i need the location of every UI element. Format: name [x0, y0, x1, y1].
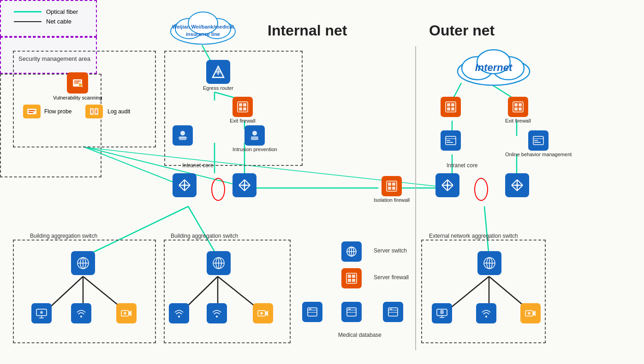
svg-rect-47	[29, 112, 33, 113]
log-audit-label: Log audit	[107, 108, 130, 115]
net-label: Net cable	[46, 18, 72, 25]
vertical-divider	[415, 46, 416, 350]
svg-rect-69	[251, 136, 258, 140]
svg-rect-106	[534, 142, 541, 143]
svg-rect-145	[348, 309, 351, 310]
building1-wifi1-icon	[71, 303, 91, 323]
svg-point-162	[124, 312, 126, 315]
exit-firewall-left-icon	[233, 97, 253, 117]
svg-point-68	[252, 131, 257, 135]
exit-firewall-left-label: Exit firewall	[230, 118, 256, 123]
outer-exit-firewall-label: Exit firewall	[505, 118, 531, 123]
building2-camera-device	[253, 303, 273, 323]
building-agg-switch1-icon	[71, 251, 95, 275]
building1-desktop-device	[31, 303, 52, 323]
outer-net-title: Outer net	[429, 22, 495, 39]
ext-network-agg-icon	[477, 251, 501, 275]
intranet-core-switch-left-icon	[173, 173, 197, 197]
ext-camera-device	[520, 303, 541, 323]
optical-label: Optical fiber	[46, 8, 78, 15]
svg-rect-52	[91, 112, 93, 113]
log-audit-device: Log audit	[85, 105, 130, 118]
intrusion-person-left-device	[173, 125, 193, 146]
svg-rect-53	[95, 110, 97, 111]
ext-wifi-icon	[476, 303, 496, 323]
svg-rect-101	[447, 140, 450, 141]
svg-text:insurance line: insurance line	[186, 31, 220, 37]
db2-device	[341, 302, 362, 322]
online-behavior-right-icon	[528, 130, 549, 151]
outer-exit-firewall-right-device: Exit firewall	[505, 97, 531, 123]
svg-point-76	[183, 183, 186, 187]
egress-router-device: Egress router	[203, 60, 233, 91]
building1-desktop-icon	[31, 303, 52, 323]
legend: Optical fiber Net cable	[14, 8, 78, 25]
ext-desktop-icon	[432, 303, 452, 323]
ext-desktop-device	[432, 303, 452, 323]
optical-line-sample	[14, 11, 42, 12]
svg-rect-102	[447, 142, 453, 143]
svg-rect-50	[91, 110, 93, 111]
svg-point-83	[243, 183, 246, 187]
building-agg-1-label: Building aggregation switch	[30, 233, 97, 239]
security-box-title: Security management area	[18, 55, 90, 62]
legend-optical: Optical fiber	[14, 8, 78, 15]
building2-camera-icon	[253, 303, 273, 323]
outer-intranet-core-left-icon	[435, 173, 459, 197]
svg-rect-55	[95, 112, 97, 113]
intrusion-prevention-device: Intrusion prevention	[233, 125, 277, 152]
svg-rect-95	[514, 103, 518, 106]
svg-rect-63	[239, 107, 242, 111]
outer-intranet-core-left-device	[435, 173, 459, 197]
flow-probe-icon	[23, 105, 41, 118]
diagram-container: Optical fiber Net cable Internal net Out…	[0, 0, 644, 364]
svg-rect-149	[390, 309, 392, 310]
building2-wifi2-icon	[207, 303, 227, 323]
egress-router-icon	[206, 60, 230, 84]
svg-rect-41	[74, 81, 81, 82]
svg-point-157	[40, 311, 43, 314]
ext-wifi-device	[476, 303, 496, 323]
vuln-scan-device: Vulnerability scanning	[53, 72, 102, 100]
svg-point-32	[188, 12, 218, 34]
exit-firewall-left-device: Exit firewall	[230, 97, 256, 123]
svg-point-178	[528, 312, 531, 315]
svg-rect-86	[392, 182, 395, 186]
online-behavior-left-device	[441, 130, 461, 151]
svg-marker-177	[533, 311, 536, 316]
svg-rect-62	[243, 103, 246, 106]
outer-intranet-core-right-device	[505, 173, 529, 197]
svg-rect-45	[27, 109, 36, 114]
db2-icon	[341, 302, 362, 322]
internal-net-title: Internal net	[268, 22, 347, 39]
building-agg-switch2-icon	[207, 251, 231, 275]
svg-rect-136	[348, 279, 351, 282]
outer-exit-firewall-left-device	[441, 97, 461, 117]
intranet-core-switch-right-icon	[233, 173, 256, 197]
svg-rect-97	[514, 107, 518, 111]
server-firewall-icon	[341, 268, 362, 288]
svg-rect-137	[352, 279, 355, 282]
svg-rect-91	[451, 103, 454, 106]
db1-device	[302, 302, 322, 322]
svg-rect-88	[392, 187, 395, 190]
svg-rect-134	[348, 275, 351, 278]
ext-network-agg-device	[477, 251, 501, 275]
svg-rect-90	[447, 103, 450, 106]
intranet-core-switch-left-device	[173, 173, 197, 197]
online-behavior-label: Online behavior management	[505, 152, 572, 157]
svg-marker-168	[265, 311, 268, 316]
building-agg-switch2-device	[207, 251, 231, 275]
weijian-cloud: Weijian Wei/bank/medical insurance line	[166, 8, 240, 45]
building2-wifi1-icon	[169, 303, 189, 323]
server-firewall-label: Server firewall	[374, 274, 409, 281]
vuln-scan-label: Vulnerability scanning	[53, 95, 102, 100]
intrusion-prevention-label: Intrusion prevention	[233, 147, 277, 152]
online-behavior-right-device: Online behavior management	[505, 130, 572, 157]
svg-line-44	[82, 86, 83, 87]
online-behavior-left-icon	[441, 130, 461, 151]
db3-icon	[383, 302, 403, 322]
svg-rect-98	[519, 107, 522, 111]
isolation-firewall-device: Isolation firewall	[374, 176, 410, 203]
svg-point-113	[446, 183, 449, 187]
